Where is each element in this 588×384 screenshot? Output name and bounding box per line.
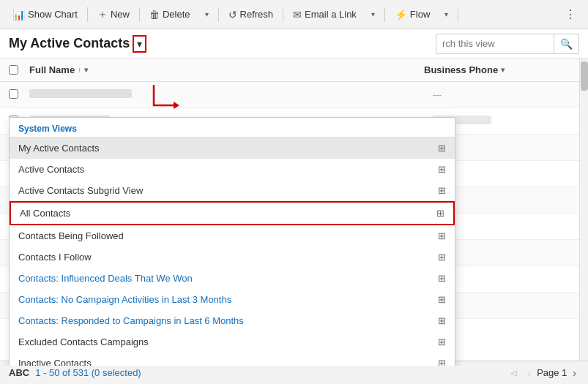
delete-label: Delete <box>163 9 190 20</box>
toolbar: 📊 Show Chart ＋ New 🗑 Delete ▾ ↺ Refresh … <box>0 0 588 29</box>
show-chart-button[interactable]: 📊 Show Chart <box>6 5 84 24</box>
view-dropdown-button[interactable]: ▾ <box>133 35 146 53</box>
view-title-text: My Active Contacts <box>9 36 130 51</box>
table-area: Full Name ↑ ▾ Business Phone ▾ --- --- -… <box>0 59 588 366</box>
separator-6 <box>458 7 458 22</box>
sort-asc-icon: ↑ <box>78 66 81 74</box>
refresh-icon: ↺ <box>228 9 237 20</box>
email-link-button[interactable]: ✉ Email a Link <box>286 5 363 24</box>
more-options-button[interactable]: ⋮ <box>559 4 582 24</box>
separator-4 <box>283 7 283 22</box>
row-checkbox-1 <box>9 89 29 101</box>
footer-count: 1 - 50 of 531 (0 selected) <box>35 367 141 378</box>
view-header: My Active Contacts ▾ 🔍 <box>0 29 588 59</box>
prev-page-button[interactable]: ‹ <box>524 366 534 380</box>
pin-icon: ⊞ <box>436 208 444 219</box>
flow-button[interactable]: ⚡ Flow <box>388 5 436 24</box>
view-search: 🔍 <box>436 34 579 54</box>
flow-label: Flow <box>410 9 430 20</box>
dropdown-item-inactive-contacts[interactable]: Inactive Contacts ⊞ <box>10 353 455 366</box>
delete-chevron[interactable]: ▾ <box>198 7 215 22</box>
separator-1 <box>87 7 88 22</box>
header-full-name: Full Name ↑ ▾ <box>29 64 424 75</box>
header-checkbox-cell <box>9 65 29 75</box>
chevron-down-icon: ▾ <box>205 10 209 18</box>
email-link-chevron[interactable]: ▾ <box>365 7 382 22</box>
separator-2 <box>139 7 140 22</box>
table-row: --- <box>0 82 588 108</box>
dropdown-item-label: Active Contacts Subgrid View <box>18 185 143 196</box>
table-header: Full Name ↑ ▾ Business Phone ▾ <box>0 59 588 82</box>
footer-alphabet: ABC <box>9 367 29 378</box>
dropdown-item-contacts-influenced[interactable]: Contacts: Influenced Deals That We Won ⊞ <box>10 268 455 289</box>
page-number: Page 1 <box>537 367 567 378</box>
dropdown-item-excluded-contacts[interactable]: Excluded Contacts Campaigns ⊞ <box>10 331 455 353</box>
dropdown-header: System Views <box>10 118 455 138</box>
dropdown-item-label: Contacts: Influenced Deals That We Won <box>18 273 193 284</box>
search-input[interactable] <box>436 38 554 49</box>
pin-icon: ⊞ <box>438 273 446 284</box>
next-page-button[interactable]: › <box>570 366 579 380</box>
dropdown-item-label: Excluded Contacts Campaigns <box>18 336 149 347</box>
scrollbar-thumb[interactable] <box>581 61 588 91</box>
flow-chevron[interactable]: ▾ <box>438 7 455 22</box>
chevron-down-icon-4: ▾ <box>137 38 142 50</box>
dropdown-item-label: My Active Contacts <box>18 143 100 154</box>
new-button[interactable]: ＋ New <box>91 4 136 25</box>
pin-icon: ⊞ <box>438 185 446 196</box>
pin-icon: ⊞ <box>438 315 446 326</box>
pin-icon: ⊞ <box>438 358 446 366</box>
dropdown-item-contacts-being-followed[interactable]: Contacts Being Followed ⊞ <box>10 225 455 246</box>
dropdown-item-label: Contacts: No Campaign Activities in Last… <box>18 294 231 305</box>
new-label: New <box>111 9 130 20</box>
separator-3 <box>218 7 219 22</box>
header-business-phone: Business Phone ▾ <box>424 64 570 75</box>
show-chart-label: Show Chart <box>28 9 78 20</box>
chevron-down-icon-2: ▾ <box>371 10 375 18</box>
pin-icon: ⊞ <box>438 143 446 154</box>
row-name-1 <box>29 89 433 100</box>
pin-icon: ⊞ <box>438 252 446 263</box>
view-title: My Active Contacts ▾ <box>9 35 146 53</box>
refresh-button[interactable]: ↺ Refresh <box>222 5 280 24</box>
col-phone-label: Business Phone <box>424 64 498 75</box>
dropdown-item-contacts-i-follow[interactable]: Contacts I Follow ⊞ <box>10 246 455 268</box>
dropdown-item-label: Active Contacts <box>18 164 84 175</box>
dropdown-item-my-active-contacts[interactable]: My Active Contacts ⊞ <box>10 138 455 159</box>
dropdown-item-label: Inactive Contacts <box>18 358 92 366</box>
footer-pagination: ⊲ ‹ Page 1 › <box>507 366 579 380</box>
dropdown-item-label: Contacts Being Followed <box>18 230 124 241</box>
chart-icon: 📊 <box>12 9 25 20</box>
pin-icon: ⊞ <box>438 164 446 175</box>
dropdown-item-active-contacts-subgrid[interactable]: Active Contacts Subgrid View ⊞ <box>10 180 455 201</box>
flow-icon: ⚡ <box>395 9 407 20</box>
dropdown-item-label: Contacts I Follow <box>18 252 92 263</box>
separator-5 <box>384 7 385 22</box>
first-page-button[interactable]: ⊲ <box>507 366 521 380</box>
dropdown-item-all-contacts[interactable]: All Contacts ⊞ <box>10 201 455 225</box>
vertical-scrollbar[interactable] <box>579 59 588 366</box>
search-icon: 🔍 <box>560 38 573 50</box>
dropdown-item-active-contacts[interactable]: Active Contacts ⊞ <box>10 159 455 180</box>
pin-icon: ⊞ <box>438 336 446 347</box>
delete-button[interactable]: 🗑 Delete <box>143 5 197 24</box>
chevron-down-icon-3: ▾ <box>444 10 448 18</box>
search-button[interactable]: 🔍 <box>554 34 578 53</box>
dropdown-item-label: All Contacts <box>20 208 70 219</box>
dropdown-item-contacts-responded[interactable]: Contacts: Responded to Campaigns in Last… <box>10 310 455 331</box>
pin-icon: ⊞ <box>438 230 446 241</box>
sort-toggle-icon[interactable]: ▾ <box>84 66 88 74</box>
dropdown-item-contacts-no-campaign[interactable]: Contacts: No Campaign Activities in Last… <box>10 289 455 310</box>
plus-icon: ＋ <box>97 8 108 21</box>
refresh-label: Refresh <box>240 9 274 20</box>
phone-sort-icon[interactable]: ▾ <box>501 66 505 74</box>
view-dropdown-menu: System Views My Active Contacts ⊞ Active… <box>9 117 455 366</box>
dropdown-item-label: Contacts: Responded to Campaigns in Last… <box>18 315 244 326</box>
delete-icon: 🗑 <box>149 9 160 20</box>
email-link-label: Email a Link <box>305 9 357 20</box>
col-name-label: Full Name <box>29 64 75 75</box>
select-all-checkbox[interactable] <box>9 65 18 75</box>
email-icon: ✉ <box>293 9 302 20</box>
pin-icon: ⊞ <box>438 294 446 305</box>
row-phone-1: --- <box>433 90 579 100</box>
